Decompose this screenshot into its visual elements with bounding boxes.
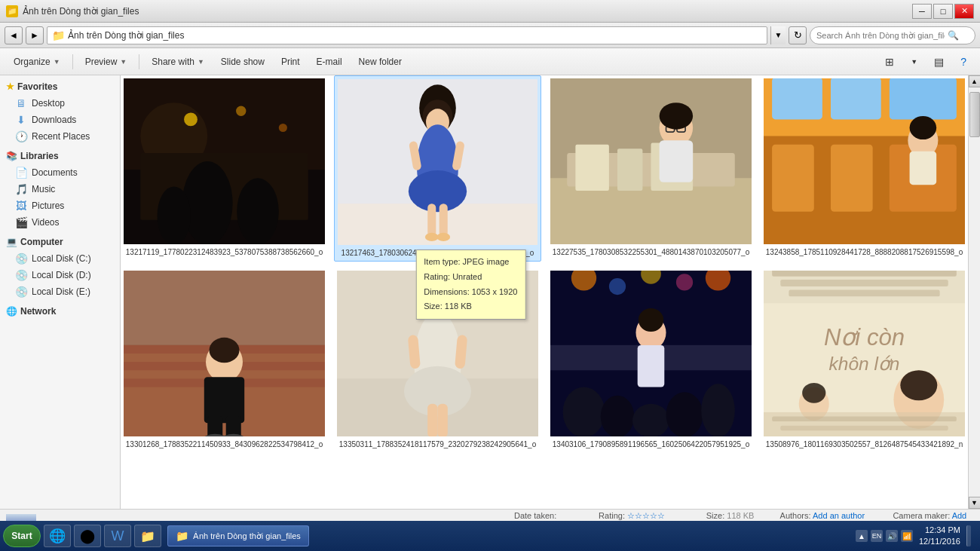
- time-text: 12:34 PM: [919, 525, 960, 536]
- sidebar-item-local-c[interactable]: 💿 Local Disk (C:): [0, 250, 120, 267]
- photo-svg-3: [550, 78, 752, 244]
- svg-point-75: [609, 278, 626, 295]
- photo-label-8: 13508976_1801169303502557_81264875454334…: [766, 439, 963, 449]
- title-bar: 📁 Ảnh trên Dòng thời gian_files ─ □ ✕: [0, 0, 980, 23]
- svg-point-81: [563, 387, 605, 437]
- svg-point-54: [209, 338, 239, 363]
- close-button[interactable]: ✕: [954, 4, 974, 19]
- sidebar-item-videos[interactable]: 🎬 Videos: [0, 214, 120, 231]
- svg-rect-46: [910, 152, 937, 185]
- scroll-thumb[interactable]: [969, 92, 980, 137]
- forward-button[interactable]: ►: [26, 26, 44, 44]
- sidebar-favorites-header[interactable]: ★ Favorites: [0, 78, 120, 95]
- svg-text:khôn lớn: khôn lớn: [829, 354, 900, 374]
- view-options-button[interactable]: ⊞: [877, 51, 902, 72]
- print-button[interactable]: Print: [274, 51, 308, 72]
- sidebar-item-pictures[interactable]: 🖼 Pictures: [0, 197, 120, 214]
- photo-thumb-5: [124, 271, 325, 436]
- photo-item-5[interactable]: 13301268_1788352211450933_84309628225347…: [121, 268, 328, 452]
- sidebar-network-header[interactable]: 🌐 Network: [0, 303, 120, 320]
- tray-expand-icon[interactable]: ▲: [856, 530, 868, 542]
- share-button[interactable]: Share with ▼: [144, 51, 212, 72]
- sidebar-item-recent[interactable]: 🕐 Recent Places: [0, 128, 120, 145]
- sidebar-network-section: 🌐 Network: [0, 303, 120, 320]
- title-bar-left: 📁 Ảnh trên Dòng thời gian_files: [6, 5, 139, 17]
- taskbar-app-word[interactable]: W: [104, 525, 131, 547]
- taskbar-right: ▲ EN 🔊 📶 12:34 PM 12/11/2016: [850, 525, 977, 548]
- status-size-label: Size: 118 KB: [706, 511, 758, 520]
- disk-d-icon: 💿: [15, 269, 27, 281]
- sidebar-computer-header[interactable]: 💻 Computer: [0, 234, 120, 250]
- sidebar-item-downloads[interactable]: ⬇ Downloads: [0, 112, 120, 128]
- sidebar-item-documents[interactable]: 📄 Documents: [0, 164, 120, 181]
- path-dropdown-button[interactable]: ▼: [770, 26, 786, 44]
- help-button[interactable]: ?: [953, 51, 974, 72]
- time-display: 12:34 PM 12/11/2016: [919, 525, 960, 548]
- show-desktop-button[interactable]: [966, 525, 971, 546]
- slideshow-button[interactable]: Slide show: [213, 51, 272, 72]
- search-box[interactable]: 🔍: [810, 26, 975, 44]
- sidebar-item-local-d[interactable]: 💿 Local Disk (D:): [0, 267, 120, 283]
- photo-item-8[interactable]: Nơi còn khôn lớn: [761, 268, 968, 452]
- photo-label-3: 13227535_1780308532255301_48801438701032…: [553, 247, 749, 257]
- photo-item-7[interactable]: 13403106_1790895891196565_16025064220579…: [547, 268, 755, 452]
- photo-thumb-4: [764, 78, 965, 244]
- maximize-button[interactable]: □: [933, 4, 953, 19]
- share-dropdown-icon: ▼: [198, 58, 204, 66]
- date-text: 12/11/2016: [919, 536, 960, 547]
- details-pane-button[interactable]: ▤: [926, 51, 951, 72]
- photo-item-3[interactable]: 13227535_1780308532255301_48801438701032…: [547, 75, 755, 262]
- tray-keyboard-icon[interactable]: EN: [871, 530, 883, 542]
- photo-tooltip: Item type: JPEG image Rating: Unrated Di…: [415, 249, 525, 320]
- svg-point-34: [660, 103, 694, 130]
- preview-dropdown-icon: ▼: [120, 58, 127, 66]
- downloads-icon: ⬇: [15, 114, 27, 126]
- libraries-icon: 📚: [6, 151, 17, 161]
- photo-item-4[interactable]: 13243858_1785110928441728_88882088175269…: [761, 75, 968, 262]
- scroll-up-button[interactable]: ▲: [969, 75, 981, 87]
- svg-point-94: [900, 370, 937, 400]
- sidebar-libraries-header[interactable]: 📚 Libraries: [0, 148, 120, 164]
- organize-button[interactable]: Organize ▼: [6, 51, 68, 72]
- scroll-down-button[interactable]: ▼: [969, 497, 981, 509]
- sidebar-item-local-e[interactable]: 💿 Local Disk (E:): [0, 283, 120, 300]
- toolbar-separator-2: [139, 54, 139, 69]
- status-authors-label: Authors: Add an author: [780, 511, 871, 520]
- minimize-button[interactable]: ─: [912, 4, 932, 19]
- tray-network-icon[interactable]: 📶: [901, 530, 913, 542]
- new-folder-button[interactable]: New folder: [351, 51, 409, 72]
- tray-icons: ▲ EN 🔊 📶: [856, 530, 913, 542]
- email-button[interactable]: E-mail: [309, 51, 350, 72]
- address-path-text: Ảnh trên Dòng thời gian_files: [68, 30, 184, 41]
- taskbar-app-chrome[interactable]: ⬤: [74, 525, 101, 547]
- address-path[interactable]: 📁 Ảnh trên Dòng thời gian_files: [47, 26, 767, 44]
- photo-svg-7: [550, 271, 752, 436]
- back-button[interactable]: ◄: [5, 26, 23, 44]
- view-dropdown-button[interactable]: ▼: [903, 51, 925, 72]
- status-size-value: 118 KB: [727, 511, 754, 520]
- svg-point-79: [639, 308, 663, 332]
- disk-c-icon: 💿: [15, 253, 27, 265]
- start-button[interactable]: Start: [3, 525, 41, 547]
- photo-thumb-2: [338, 79, 537, 245]
- refresh-button[interactable]: ↻: [789, 26, 807, 44]
- svg-rect-39: [890, 78, 957, 119]
- taskbar-app-ie[interactable]: 🌐: [44, 525, 71, 547]
- sidebar-item-desktop[interactable]: 🖥 Desktop: [0, 95, 120, 112]
- sidebar-item-music[interactable]: 🎵 Music: [0, 181, 120, 197]
- svg-point-84: [666, 392, 703, 436]
- photo-item-1[interactable]: 13217119_1778022312483923_53780753887385…: [121, 75, 328, 262]
- taskbar-app-folder[interactable]: 📁: [134, 525, 161, 547]
- search-input[interactable]: [816, 31, 945, 40]
- svg-rect-42: [831, 145, 873, 212]
- photo-grid: 13217119_1778022312483923_53780753887385…: [121, 75, 968, 452]
- tray-volume-icon[interactable]: 🔊: [886, 530, 898, 542]
- search-icon: 🔍: [948, 30, 959, 41]
- taskbar-window-button[interactable]: 📁 Ảnh trên Dòng thời gian_files: [167, 525, 309, 546]
- status-date-label: Date taken:: [514, 511, 576, 520]
- status-rating-stars[interactable]: ☆☆☆☆☆: [627, 511, 665, 520]
- status-authors-value[interactable]: Add an author: [813, 511, 865, 520]
- photo-item-2[interactable]: Item type: JPEG image Rating: Unrated Di…: [334, 75, 541, 262]
- preview-button[interactable]: Preview ▼: [78, 51, 135, 72]
- title-bar-text: Ảnh trên Dòng thời gian_files: [23, 6, 139, 17]
